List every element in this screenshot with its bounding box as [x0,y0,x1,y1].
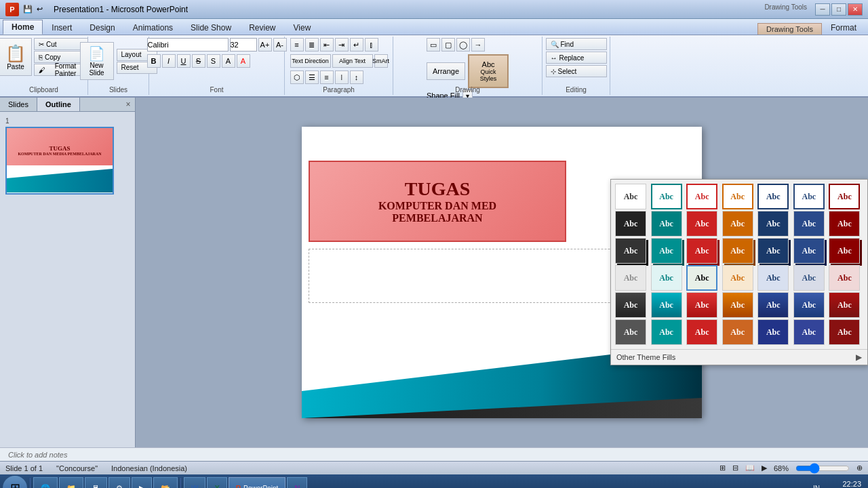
qs-item-1-5[interactable]: Abc [757,184,789,209]
other-theme-fills-link[interactable]: Other Theme Fills [616,353,675,361]
clear-format-button[interactable]: A [222,54,235,68]
align-text-button[interactable]: Align Text [332,54,373,68]
qs-item-1-1[interactable]: Abc [615,184,646,209]
qs-item-2-6[interactable]: Abc [793,211,825,237]
view-reading-icon[interactable]: 📖 [745,464,755,472]
font-increase-button[interactable]: A+ [258,38,272,52]
align-center-button[interactable]: ☰ [305,70,319,84]
arrange-button[interactable]: Arrange [427,62,465,80]
strikethrough-button[interactable]: S [192,54,205,68]
qs-item-1-4[interactable]: Abc [722,184,753,209]
sidebar-tab-slides[interactable]: Slides [0,98,37,111]
font-name-input[interactable] [147,38,229,52]
qs-item-6-4[interactable]: Abc [722,319,753,345]
sidebar-tab-outline[interactable]: Outline [37,98,80,111]
qs-item-6-1[interactable]: Abc [615,319,646,345]
taskbar-chrome[interactable]: 🌐 [33,477,58,488]
qs-item-3-5[interactable]: Abc [757,238,789,264]
qs-item-4-6[interactable]: Abc [793,265,825,291]
tab-design[interactable]: Design [81,20,123,35]
taskbar-folder[interactable]: 📂 [153,477,178,488]
line-spacing-button[interactable]: ↕ [350,70,363,84]
qs-item-1-6[interactable]: Abc [793,184,825,209]
qs-item-3-2[interactable]: Abc [651,238,682,264]
tab-animations[interactable]: Animations [124,20,182,35]
underline-button[interactable]: U [177,54,191,68]
qs-item-6-6[interactable]: Abc [793,319,825,345]
quick-styles-button[interactable]: Abc Quick Styles [468,54,509,88]
quick-access-undo[interactable]: ↩ [37,5,43,14]
shape-rect-button[interactable]: ▭ [427,38,440,52]
tab-insert[interactable]: Insert [43,20,81,35]
qs-item-2-7[interactable]: Abc [829,211,860,237]
slide-header-box[interactable]: TUGAS KOMPUTER DAN MED PEMBELAJARAN [309,161,566,242]
shape-oval-button[interactable]: ◯ [456,38,470,52]
qs-item-5-7[interactable]: Abc [829,292,860,318]
view-slidesorter-icon[interactable]: ⊟ [732,464,738,472]
qs-item-5-6[interactable]: Abc [793,292,825,318]
qs-item-5-4[interactable]: Abc [722,292,753,318]
qs-item-4-2[interactable]: Abc [651,265,682,291]
tab-home[interactable]: Home [3,20,43,35]
taskbar-control[interactable]: ⚙ [108,477,130,488]
select-button[interactable]: ⊹ Select [546,65,607,77]
list-bullet-button[interactable]: ≡ [290,38,304,52]
zoom-slider[interactable] [795,463,850,474]
qs-item-6-3[interactable]: Abc [686,319,717,345]
qs-item-3-1[interactable]: Abc [615,238,646,264]
font-size-input[interactable] [230,38,257,52]
view-slideshow-icon[interactable]: ▶ [762,464,767,472]
other-theme-fills-arrow[interactable]: ▶ [856,352,862,362]
justify-button[interactable]: ⁞ [335,70,349,84]
qs-item-1-2[interactable]: Abc [651,184,682,209]
quick-access-save[interactable]: 💾 [23,5,33,14]
taskbar-calc[interactable]: 🖩 [85,477,107,488]
tab-slideshow[interactable]: Slide Show [182,20,240,35]
qs-item-6-7[interactable]: Abc [829,319,860,345]
shadow-button[interactable]: S [207,54,220,68]
qs-item-4-4[interactable]: Abc [722,265,753,291]
qs-item-4-7[interactable]: Abc [829,265,860,291]
qs-item-4-5[interactable]: Abc [757,265,789,291]
qs-item-2-3[interactable]: Abc [686,211,717,237]
rtl-button[interactable]: ↵ [350,38,363,52]
align-right-button[interactable]: ≡ [320,70,334,84]
close-button[interactable]: ✕ [848,3,863,16]
indent-decrease-button[interactable]: ⇤ [320,38,334,52]
qs-item-2-5[interactable]: Abc [757,211,789,237]
align-left-button[interactable]: ⬡ [290,70,304,84]
qs-item-5-3[interactable]: Abc [686,292,717,318]
paste-button[interactable]: 📋 Paste [0,38,32,76]
shape-arrow-button[interactable]: → [471,38,485,52]
font-color-button[interactable]: A [237,54,250,68]
restore-button[interactable]: □ [831,3,846,16]
qs-item-3-7[interactable]: Abc [829,238,860,264]
start-button[interactable]: ⊞ [3,476,27,488]
qs-item-3-6[interactable]: Abc [793,238,825,264]
taskbar-onenote[interactable]: N [287,477,307,488]
indent-increase-button[interactable]: ⇥ [335,38,349,52]
new-slide-button[interactable]: 📄 New Slide [80,42,114,80]
qs-item-4-1[interactable]: Abc [615,265,646,291]
qs-item-6-5[interactable]: Abc [757,319,789,345]
convert-smartart-button[interactable]: SmArt [374,54,388,68]
qs-item-5-1[interactable]: Abc [615,292,646,318]
qs-item-3-3[interactable]: Abc [686,238,717,264]
taskbar-explorer[interactable]: 📁 [59,477,83,488]
zoom-fit-icon[interactable]: ⊕ [856,464,863,472]
italic-button[interactable]: I [162,54,176,68]
sidebar-close-button[interactable]: × [121,98,135,111]
view-normal-icon[interactable]: ⊞ [719,464,726,472]
qs-item-4-3[interactable]: Abc [686,265,717,291]
find-button[interactable]: 🔍 Find [546,38,607,50]
taskbar-excel[interactable]: X [207,477,226,488]
qs-item-1-3[interactable]: Abc [686,184,717,209]
qs-item-2-4[interactable]: Abc [722,211,753,237]
minimize-button[interactable]: ─ [815,3,830,16]
notes-bar[interactable]: Click to add notes [0,447,868,461]
shape-rounded-button[interactable]: ▢ [441,38,455,52]
tab-view[interactable]: View [285,20,320,35]
taskbar-powerpoint[interactable]: P PowerPoint [229,477,285,488]
text-direction-button[interactable]: Text Direction [290,54,331,68]
tab-review[interactable]: Review [240,20,284,35]
